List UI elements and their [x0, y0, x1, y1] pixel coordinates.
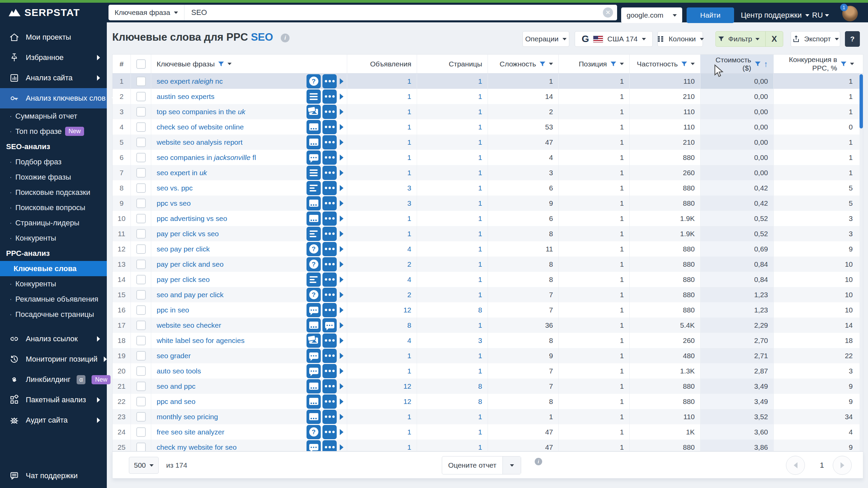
pages-count-link[interactable]: 1 — [478, 108, 482, 116]
dots-icon[interactable] — [322, 303, 337, 317]
sidebar-item-search-suggestions[interactable]: ·Поисковые подсказки — [0, 185, 107, 200]
menu-icon[interactable] — [307, 89, 321, 104]
pages-count-link[interactable]: 1 — [478, 215, 482, 223]
dots-icon[interactable] — [322, 364, 337, 378]
browser-icon[interactable] — [307, 394, 321, 409]
sidebar-item-summary-report[interactable]: ·Суммарный отчет — [0, 108, 107, 124]
row-checkbox[interactable] — [136, 321, 146, 330]
dots-icon[interactable] — [322, 74, 337, 88]
pages-count-link[interactable]: 8 — [478, 382, 482, 390]
filter-icon[interactable] — [840, 60, 847, 68]
row-checkbox[interactable] — [136, 351, 146, 361]
dots-icon[interactable] — [322, 410, 337, 424]
sidebar-item-rank-tracking[interactable]: Мониторинг позиций — [0, 349, 107, 369]
browser-icon[interactable] — [307, 410, 321, 424]
expand-row-icon[interactable] — [340, 307, 343, 313]
dots-icon[interactable] — [322, 440, 337, 452]
row-checkbox[interactable] — [136, 107, 146, 117]
dots-icon[interactable] — [322, 89, 337, 104]
ads-count-link[interactable]: 3 — [407, 184, 411, 192]
expand-row-icon[interactable] — [340, 139, 343, 145]
row-checkbox[interactable] — [136, 168, 146, 178]
rate-report-dropdown[interactable] — [502, 456, 521, 474]
row-checkbox[interactable] — [136, 153, 146, 162]
expand-row-icon[interactable] — [340, 368, 343, 374]
columns-button[interactable]: Колонки — [657, 31, 703, 47]
keyword-link[interactable]: seo and pay per click — [157, 291, 223, 299]
ads-count-link[interactable]: 4 — [407, 337, 411, 345]
ads-count-link[interactable]: 2 — [407, 260, 411, 268]
expand-row-icon[interactable] — [340, 353, 343, 359]
row-checkbox[interactable] — [136, 229, 146, 239]
language-menu[interactable]: RU — [812, 7, 829, 23]
browser-icon[interactable] — [307, 379, 321, 393]
ads-count-link[interactable]: 2 — [407, 291, 411, 299]
ads-count-link[interactable]: 12 — [403, 398, 411, 406]
rate-report-button[interactable]: Оцените отчет — [442, 456, 521, 474]
keyword-link[interactable]: seo pay per click — [157, 245, 210, 253]
sidebar-item-search-questions[interactable]: ·Поисковые вопросы — [0, 200, 107, 215]
pages-count-link[interactable]: 1 — [478, 276, 482, 284]
expand-row-icon[interactable] — [340, 322, 343, 328]
dots-icon[interactable] — [322, 120, 337, 134]
row-checkbox[interactable] — [136, 244, 146, 254]
filter-icon[interactable] — [539, 60, 546, 68]
sidebar-item-phrase-selection[interactable]: ·Подбор фраз — [0, 154, 107, 169]
keyword-link[interactable]: website seo analysis report — [157, 138, 242, 146]
dots-icon[interactable] — [322, 181, 337, 195]
dots-icon[interactable] — [322, 211, 337, 226]
ads-count-link[interactable]: 1 — [407, 428, 411, 436]
row-checkbox[interactable] — [136, 443, 146, 452]
ads-count-link[interactable]: 1 — [407, 138, 411, 146]
pages-count-link[interactable]: 1 — [478, 321, 482, 329]
keyword-link[interactable]: pay per click seo — [157, 276, 210, 284]
pages-count-link[interactable]: 1 — [478, 230, 482, 238]
col-header-difficulty[interactable]: Сложность — [488, 55, 559, 73]
dots-icon[interactable] — [322, 272, 337, 287]
chat-icon[interactable] — [307, 303, 321, 317]
ads-count-link[interactable]: 4 — [407, 276, 411, 284]
ads-count-link[interactable]: 1 — [407, 93, 411, 101]
images-icon[interactable] — [307, 333, 321, 348]
expand-row-icon[interactable] — [340, 292, 343, 298]
sidebar-item-competitors-seo[interactable]: ·Конкуренты — [0, 230, 107, 246]
chevron-down-icon[interactable] — [850, 63, 854, 65]
pages-count-link[interactable]: 1 — [478, 413, 482, 421]
keyword-link[interactable]: check my website for seo — [157, 443, 237, 451]
keyword-link[interactable]: austin seo experts — [157, 93, 214, 101]
pages-count-link[interactable]: 1 — [478, 123, 482, 131]
dots-icon[interactable] — [322, 227, 337, 241]
row-checkbox[interactable] — [136, 336, 146, 345]
expand-row-icon[interactable] — [340, 109, 343, 115]
ads-count-link[interactable]: 1 — [407, 352, 411, 360]
help-icon[interactable]: ? — [307, 257, 321, 271]
pages-count-link[interactable]: 1 — [478, 199, 482, 207]
sidebar-item-ad-examples[interactable]: ·Рекламные объявления — [0, 291, 107, 307]
per-page-select[interactable]: 500 — [129, 457, 159, 474]
expand-row-icon[interactable] — [340, 231, 343, 237]
expand-row-icon[interactable] — [340, 78, 343, 84]
col-header-pages[interactable]: Страницы — [417, 55, 488, 73]
sidebar-item-my-projects[interactable]: Мои проекты — [0, 27, 107, 47]
browser-icon[interactable] — [307, 135, 321, 149]
filter-icon[interactable] — [610, 60, 617, 68]
pages-count-link[interactable]: 8 — [478, 306, 482, 314]
search-input[interactable] — [184, 8, 603, 17]
keyword-link[interactable]: seo and ppc — [157, 382, 195, 390]
export-button[interactable]: Экспорт — [791, 31, 840, 47]
sort-asc-icon[interactable]: ↑ — [764, 60, 768, 68]
expand-row-icon[interactable] — [340, 338, 343, 344]
filter-button[interactable]: Фильтр — [716, 32, 761, 46]
search-button[interactable]: Найти — [687, 7, 734, 23]
expand-row-icon[interactable] — [340, 155, 343, 161]
text-icon[interactable] — [307, 272, 321, 287]
browser-icon[interactable] — [307, 318, 321, 332]
dots-icon[interactable] — [322, 288, 337, 302]
sidebar-item-keyword-analysis[interactable]: Анализ ключевых слов — [0, 88, 107, 108]
menu-icon[interactable] — [307, 166, 321, 180]
keyword-link[interactable]: ppc and seo — [157, 398, 195, 406]
chevron-down-icon[interactable] — [620, 63, 624, 65]
col-header-position[interactable]: Позиция — [559, 55, 630, 73]
row-checkbox[interactable] — [136, 412, 146, 422]
ads-count-link[interactable]: 1 — [407, 108, 411, 116]
